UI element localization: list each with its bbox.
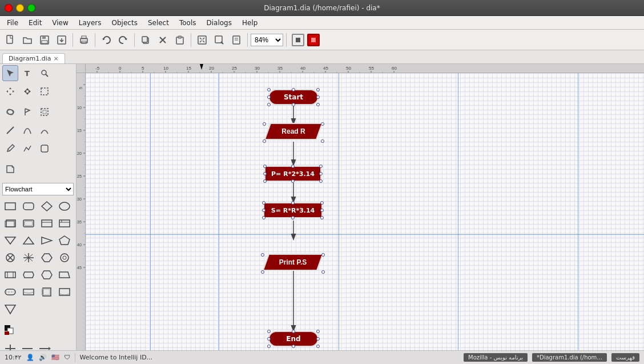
tool-row-poly	[0, 139, 76, 158]
shape-triangle-d[interactable]	[2, 233, 18, 249]
arrow-tool[interactable]	[37, 341, 53, 350]
shape-ellipse[interactable]	[57, 199, 73, 215]
cut-button[interactable]	[155, 32, 171, 48]
text-tool[interactable]: T	[19, 65, 35, 81]
window-controls[interactable]	[5, 4, 35, 12]
menu-tools[interactable]: Tools	[175, 18, 201, 28]
bezier2-tool[interactable]	[37, 141, 53, 157]
menu-dialogs[interactable]: Dialogs	[202, 18, 236, 28]
taskbar-mozilla[interactable]: Mozilla - برنامه نویس	[464, 353, 528, 362]
shape-triangle-down[interactable]	[2, 302, 18, 318]
rubber2-tool[interactable]	[37, 104, 53, 120]
menu-help[interactable]: Help	[238, 18, 262, 28]
shape-r4[interactable]	[57, 285, 73, 301]
tab-diagram1[interactable]: Diagram1.dia ×	[2, 53, 65, 63]
shape-rect3[interactable]	[39, 216, 55, 232]
shape-triangle-r[interactable]	[39, 233, 55, 249]
minimize-button[interactable]	[16, 4, 24, 12]
menu-layers[interactable]: Layers	[74, 18, 106, 28]
menu-select[interactable]: Select	[143, 18, 174, 28]
shape-print[interactable]: Print P.S	[263, 255, 323, 271]
save-button[interactable]	[37, 32, 53, 48]
note-tool[interactable]	[2, 161, 18, 177]
zoom-select[interactable]: 50% 75% 84% 100% 150% 200%	[251, 34, 283, 46]
open-button[interactable]	[19, 32, 35, 48]
svg-rect-52	[5, 272, 15, 278]
tool-row-lines	[0, 121, 76, 139]
shape-calc-p[interactable]: P= R*2*3.14	[264, 166, 321, 182]
shape-diamond[interactable]	[39, 199, 55, 215]
shape-category-select[interactable]: Flowchart UML Network	[2, 183, 74, 195]
shape-category-selector[interactable]: Flowchart UML Network	[0, 181, 76, 198]
arc-tool[interactable]	[37, 122, 53, 138]
taskbar-fihrist[interactable]: فهرست	[611, 353, 639, 362]
svg-marker-56	[42, 271, 52, 279]
close-button[interactable]	[5, 4, 13, 12]
paste-button[interactable]	[172, 32, 188, 48]
shape-r1[interactable]	[2, 285, 18, 301]
zoom-fit-button[interactable]	[211, 32, 227, 48]
redo-button[interactable]	[115, 32, 131, 48]
menu-objects[interactable]: Objects	[107, 18, 142, 28]
shape-r3[interactable]	[39, 285, 55, 301]
move-tool[interactable]	[2, 83, 18, 99]
rubber-tool[interactable]	[37, 83, 53, 99]
shape-proc3[interactable]	[39, 267, 55, 283]
polyline-tool[interactable]	[19, 141, 35, 157]
toolbox: T	[0, 64, 77, 350]
select-tool[interactable]	[2, 65, 18, 81]
snap-active-button[interactable]	[307, 34, 320, 46]
fit-button[interactable]	[194, 32, 210, 48]
shape-calc-s[interactable]: S= R*R*3.14	[263, 202, 323, 218]
shape-star[interactable]	[21, 250, 37, 266]
scroll-tool[interactable]	[19, 83, 35, 99]
shape-pentagon[interactable]	[57, 233, 73, 249]
shape-read-r[interactable]: Read R	[265, 125, 322, 141]
shape-rounded-rect[interactable]	[21, 199, 37, 215]
shape-triangle-u[interactable]	[21, 233, 37, 249]
zoom-control[interactable]: 50% 75% 84% 100% 150% 200%	[251, 34, 283, 46]
undo-button[interactable]	[98, 32, 114, 48]
svg-text:T: T	[25, 69, 30, 78]
diagram-canvas[interactable]: Start Read R	[86, 73, 644, 350]
maximize-button[interactable]	[27, 4, 35, 12]
line-tool[interactable]	[2, 122, 18, 138]
shape-rect4[interactable]	[57, 216, 73, 232]
shape-end[interactable]: End	[268, 331, 319, 347]
flag-tool[interactable]	[19, 104, 35, 120]
menu-file[interactable]: File	[2, 18, 23, 28]
bezier-tool[interactable]	[19, 122, 35, 138]
shape-hexagon[interactable]	[39, 250, 55, 266]
shape-r2[interactable]	[21, 285, 37, 301]
shape-start[interactable]: Start	[268, 89, 319, 105]
taskbar-diagram[interactable]: *Diagram1.dia (/hom...	[532, 353, 607, 362]
menu-view[interactable]: View	[47, 18, 73, 28]
hline-tool[interactable]	[19, 341, 35, 350]
ellipse-tool[interactable]	[2, 104, 18, 120]
print-button[interactable]	[76, 32, 92, 48]
svg-text:5: 5	[79, 87, 83, 89]
shape-io[interactable]	[57, 267, 73, 283]
export-button[interactable]	[54, 32, 70, 48]
menu-edit[interactable]: Edit	[24, 18, 46, 28]
shape-proc2[interactable]	[21, 267, 37, 283]
pencil-tool[interactable]	[2, 141, 18, 157]
zoom-page-button[interactable]	[228, 32, 244, 48]
plus-tool[interactable]	[2, 341, 18, 350]
shape-xshape[interactable]	[2, 250, 18, 266]
shape-rect[interactable]	[2, 199, 18, 215]
canvas-area[interactable]: -5 0 5 10 15 20 25 30 35	[77, 64, 644, 350]
snap-button[interactable]	[292, 34, 304, 46]
svg-marker-29	[42, 202, 52, 211]
tab-close-button[interactable]: ×	[54, 55, 59, 62]
zoom-tool[interactable]	[37, 65, 53, 81]
toolbar-sep-6	[286, 33, 287, 47]
copy-button[interactable]	[138, 32, 154, 48]
svg-text:45: 45	[77, 266, 82, 270]
color-fg[interactable]	[2, 322, 18, 338]
shape-rounded-rect2[interactable]	[21, 216, 37, 232]
shape-proc1[interactable]	[2, 267, 18, 283]
new-button[interactable]	[2, 32, 18, 48]
shape-double-rect[interactable]	[2, 216, 18, 232]
shape-circle2[interactable]	[57, 250, 73, 266]
